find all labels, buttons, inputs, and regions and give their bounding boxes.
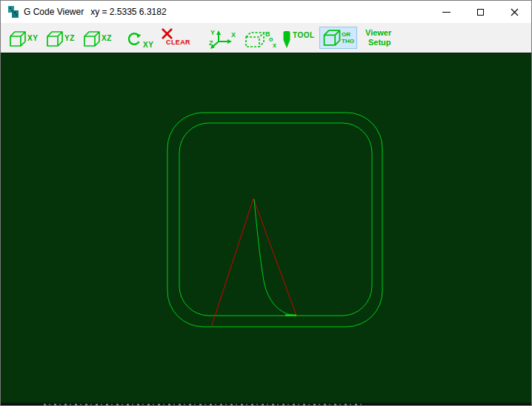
app-icon	[7, 6, 19, 18]
ortho-label: OR THO	[342, 31, 354, 44]
close-button[interactable]	[497, 1, 531, 23]
rapid-move-right-path	[253, 199, 296, 316]
view-xz-button[interactable]: XZ	[83, 31, 112, 47]
inner-boundary-path	[179, 123, 372, 316]
ortho-label-line1: OR	[342, 31, 354, 38]
rotate-xy-button[interactable]: XY	[126, 31, 153, 49]
axes-icon: Y X Z	[208, 29, 239, 49]
outer-boundary-path	[167, 113, 382, 327]
window-title: G Code Viewer	[24, 7, 84, 17]
window-controls	[429, 1, 531, 23]
cube-xy-icon	[9, 31, 27, 47]
close-icon	[511, 8, 519, 16]
tool-icon	[282, 30, 291, 49]
toolpath-plot	[1, 53, 532, 402]
cube-yz-icon	[46, 31, 64, 47]
ortho-label-line2: THO	[342, 38, 354, 44]
minimize-button[interactable]	[429, 1, 463, 23]
axes-button[interactable]: Y X Z	[208, 29, 239, 49]
tool-button[interactable]: TOOL	[282, 30, 315, 49]
rotate-xy-label: XY	[143, 41, 153, 49]
rapid-move-left-path	[212, 199, 254, 327]
ortho-cube-icon	[322, 30, 342, 47]
clear-label: CLEAR	[166, 39, 190, 46]
bounding-box-button[interactable]: B o x	[245, 30, 282, 49]
coordinate-readout: xy = 2.5335 6.3182	[90, 7, 166, 17]
gcode-viewer-window: G Code Viewer xy = 2.5335 6.3182	[0, 0, 532, 406]
view-xz-label: XZ	[102, 34, 112, 42]
clear-button[interactable]: CLEAR	[161, 27, 190, 46]
rotate-icon	[126, 31, 142, 47]
cube-xz-icon	[83, 31, 101, 47]
toolbar: XY YZ XZ XY CLEAR	[1, 23, 531, 53]
titlebar[interactable]: G Code Viewer xy = 2.5335 6.3182	[1, 1, 531, 23]
view-yz-label: YZ	[64, 34, 75, 42]
axes-z-label: Z	[209, 39, 213, 47]
viewer-setup-line2: Setup	[368, 38, 391, 47]
desktop-strip	[1, 402, 531, 406]
tool-label: TOOL	[293, 31, 315, 39]
axes-y-label: Y	[210, 29, 215, 36]
ortho-toggle-button[interactable]: OR THO	[319, 27, 357, 49]
view-xy-label: XY	[27, 34, 38, 42]
bounding-box-icon: B o x	[245, 30, 282, 49]
view-xy-button[interactable]: XY	[9, 31, 38, 47]
maximize-button[interactable]	[463, 1, 497, 23]
axes-x-label: X	[231, 31, 236, 39]
minimize-icon	[442, 12, 450, 13]
maximize-icon	[477, 9, 484, 16]
gcode-canvas[interactable]	[1, 53, 531, 402]
viewer-setup-line1: Viewer	[365, 28, 391, 38]
box-x-label: x	[273, 41, 276, 49]
viewer-setup-button[interactable]: Viewer Setup	[365, 28, 391, 47]
view-yz-button[interactable]: YZ	[46, 31, 75, 47]
